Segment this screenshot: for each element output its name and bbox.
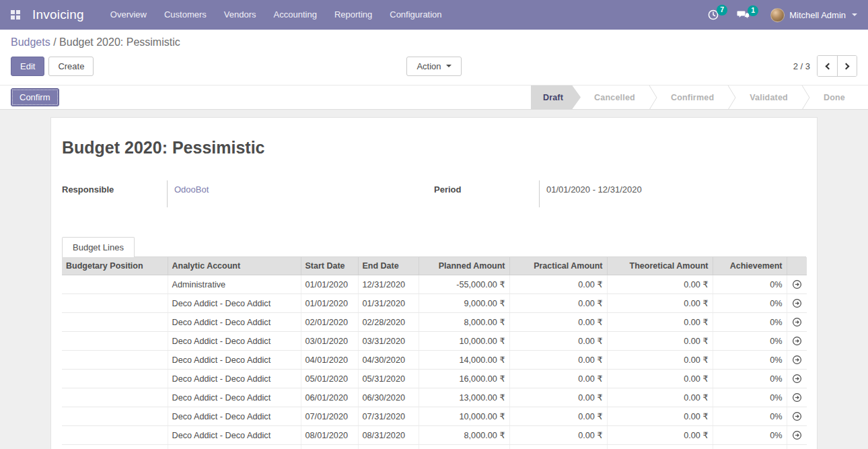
stage-draft[interactable]: Draft bbox=[531, 85, 581, 110]
cell-start-date: 04/01/2020 bbox=[301, 351, 358, 370]
cell-practical-amount: 0.00 ₹ bbox=[509, 313, 607, 332]
cell-practical-amount: 0.00 ₹ bbox=[509, 426, 607, 445]
cell-achievement: 0% bbox=[713, 388, 787, 407]
cell-planned-amount: 7,000.00 ₹ bbox=[419, 445, 509, 449]
table-row[interactable]: Deco Addict - Deco Addict 05/01/2020 05/… bbox=[62, 370, 807, 388]
cell-analytic-account: Deco Addict - Deco Addict bbox=[168, 332, 301, 351]
pager-previous-button[interactable] bbox=[818, 56, 837, 76]
menu-item-accounting[interactable]: Accounting bbox=[265, 0, 326, 30]
open-record-button[interactable] bbox=[787, 294, 807, 313]
header-start-date[interactable]: Start Date bbox=[301, 257, 358, 275]
chevron-right-icon bbox=[843, 63, 850, 69]
activity-menu-button[interactable]: 7 bbox=[700, 6, 726, 24]
breadcrumb-parent[interactable]: Budgets bbox=[11, 36, 50, 48]
stage-pipeline: DraftCancelledConfirmedValidatedDone bbox=[531, 85, 859, 110]
stage-confirmed[interactable]: Confirmed bbox=[657, 85, 727, 110]
cell-analytic-account: Deco Addict - Deco Addict bbox=[168, 370, 301, 388]
open-record-button[interactable] bbox=[787, 445, 807, 449]
open-record-button[interactable] bbox=[787, 313, 807, 332]
user-menu-button[interactable]: Mitchell Admin bbox=[761, 8, 857, 22]
cell-practical-amount: 0.00 ₹ bbox=[509, 388, 607, 407]
menu-item-vendors[interactable]: Vendors bbox=[215, 0, 265, 30]
cell-achievement: 0% bbox=[713, 445, 787, 449]
table-row[interactable]: Deco Addict - Deco Addict 08/01/2020 08/… bbox=[62, 426, 807, 445]
cell-planned-amount: 8,000.00 ₹ bbox=[419, 313, 509, 332]
app-brand[interactable]: Invoicing bbox=[32, 7, 84, 22]
table-row[interactable]: Deco Addict - Deco Addict 02/01/2020 02/… bbox=[62, 313, 807, 332]
stage-cancelled[interactable]: Cancelled bbox=[581, 85, 649, 110]
cell-practical-amount: 0.00 ₹ bbox=[509, 370, 607, 388]
table-row[interactable]: Deco Addict - Deco Addict 01/01/2020 01/… bbox=[62, 294, 807, 313]
open-record-button[interactable] bbox=[787, 351, 807, 370]
table-row[interactable]: Deco Addict - Deco Addict 04/01/2020 04/… bbox=[62, 351, 807, 370]
menu-item-customers[interactable]: Customers bbox=[155, 0, 215, 30]
header-end-date[interactable]: End Date bbox=[358, 257, 419, 275]
header-achievement[interactable]: Achievement bbox=[713, 257, 787, 275]
header-theoretical-amount[interactable]: Theoretical Amount bbox=[607, 257, 713, 275]
top-navbar: Invoicing Overview Customers Vendors Acc… bbox=[0, 0, 868, 30]
cell-end-date: 09/30/2020 bbox=[358, 445, 419, 449]
notebook-tabs: Budget Lines bbox=[62, 237, 806, 257]
cell-planned-amount: 13,000.00 ₹ bbox=[419, 388, 509, 407]
circled-arrow-icon bbox=[792, 298, 802, 308]
budget-lines-body: Administrative 01/01/2020 12/31/2020 -55… bbox=[62, 275, 807, 449]
circled-arrow-icon bbox=[792, 336, 802, 346]
period-label: Period bbox=[434, 180, 539, 207]
open-record-button[interactable] bbox=[787, 388, 807, 407]
header-analytic-account[interactable]: Analytic Account bbox=[168, 257, 301, 275]
create-button[interactable]: Create bbox=[48, 57, 94, 76]
open-record-button[interactable] bbox=[787, 426, 807, 445]
apps-menu-icon[interactable] bbox=[0, 0, 31, 30]
confirm-button[interactable]: Confirm bbox=[11, 88, 59, 106]
cell-end-date: 01/31/2020 bbox=[358, 294, 419, 313]
cell-end-date: 12/31/2020 bbox=[358, 275, 419, 294]
table-row[interactable]: Deco Addict - Deco Addict 09/01/2020 09/… bbox=[62, 445, 807, 449]
table-row[interactable]: Administrative 01/01/2020 12/31/2020 -55… bbox=[62, 275, 807, 294]
cell-budgetary-position bbox=[62, 294, 168, 313]
cell-budgetary-position bbox=[62, 370, 168, 388]
circled-arrow-icon bbox=[792, 392, 802, 403]
pager-next-button[interactable] bbox=[837, 56, 857, 76]
cell-start-date: 09/01/2020 bbox=[301, 445, 358, 449]
circled-arrow-icon bbox=[792, 279, 802, 289]
cell-start-date: 02/01/2020 bbox=[301, 313, 358, 332]
cell-start-date: 05/01/2020 bbox=[301, 370, 358, 388]
cell-budgetary-position bbox=[62, 407, 168, 426]
cell-start-date: 01/01/2020 bbox=[301, 275, 358, 294]
table-row[interactable]: Deco Addict - Deco Addict 03/01/2020 03/… bbox=[62, 332, 807, 351]
cell-budgetary-position bbox=[62, 445, 168, 449]
open-record-button[interactable] bbox=[787, 275, 807, 294]
table-row[interactable]: Deco Addict - Deco Addict 07/01/2020 07/… bbox=[62, 407, 807, 426]
menu-item-configuration[interactable]: Configuration bbox=[381, 0, 450, 30]
cell-analytic-account: Deco Addict - Deco Addict bbox=[168, 313, 301, 332]
circled-arrow-icon bbox=[792, 317, 802, 327]
cell-end-date: 03/31/2020 bbox=[358, 332, 419, 351]
stage-done[interactable]: Done bbox=[810, 85, 859, 110]
header-planned-amount[interactable]: Planned Amount bbox=[419, 257, 509, 275]
header-budgetary-position[interactable]: Budgetary Position bbox=[62, 257, 168, 275]
menu-item-overview[interactable]: Overview bbox=[102, 0, 155, 30]
open-record-button[interactable] bbox=[787, 407, 807, 426]
cell-achievement: 0% bbox=[713, 294, 787, 313]
period-value: 01/01/2020 - 12/31/2020 bbox=[546, 184, 642, 195]
stage-validated[interactable]: Validated bbox=[736, 85, 801, 110]
open-record-button[interactable] bbox=[787, 332, 807, 351]
header-practical-amount[interactable]: Practical Amount bbox=[509, 257, 607, 275]
menu-item-reporting[interactable]: Reporting bbox=[326, 0, 381, 30]
main-menu: Overview Customers Vendors Accounting Re… bbox=[102, 0, 451, 30]
responsible-value-link[interactable]: OdooBot bbox=[174, 184, 209, 195]
cell-planned-amount: -55,000.00 ₹ bbox=[419, 275, 509, 294]
user-avatar bbox=[770, 8, 785, 22]
header-icon-column bbox=[787, 257, 807, 275]
cell-theoretical-amount: 0.00 ₹ bbox=[607, 370, 713, 388]
cell-practical-amount: 0.00 ₹ bbox=[509, 445, 607, 449]
table-row[interactable]: Deco Addict - Deco Addict 06/01/2020 06/… bbox=[62, 388, 807, 407]
action-dropdown-button[interactable]: Action bbox=[406, 57, 461, 76]
cell-analytic-account: Deco Addict - Deco Addict bbox=[168, 388, 301, 407]
form-view: Budget 2020: Pessimistic Responsible Odo… bbox=[0, 110, 868, 449]
tab-budget-lines[interactable]: Budget Lines bbox=[62, 237, 135, 257]
messages-menu-button[interactable]: 1 bbox=[730, 7, 757, 24]
open-record-button[interactable] bbox=[787, 370, 807, 388]
cell-achievement: 0% bbox=[713, 426, 787, 445]
edit-button[interactable]: Edit bbox=[11, 57, 44, 76]
